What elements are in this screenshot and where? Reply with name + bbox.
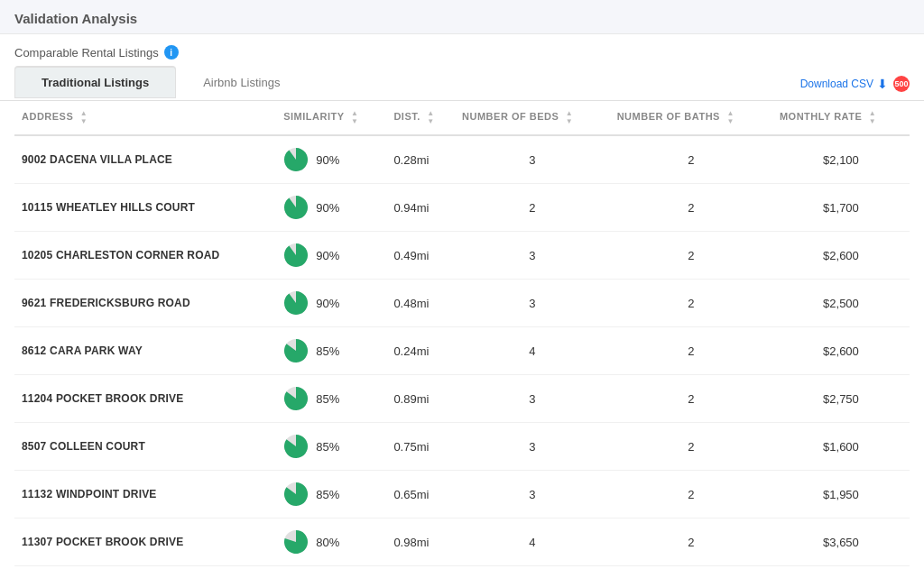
cell-similarity: 80% — [276, 519, 386, 566]
similarity-pct: 85% — [316, 440, 339, 454]
cell-similarity: 90% — [276, 135, 386, 184]
cell-baths: 2 — [610, 184, 772, 232]
cell-address: 11204 POCKET BROOK DRIVE — [14, 375, 276, 423]
similarity-pie — [283, 386, 309, 411]
cell-dist: 0.94mi — [386, 184, 455, 232]
cell-similarity: 85% — [276, 375, 386, 423]
page-title: Validation Analysis — [14, 11, 137, 26]
similarity-pie — [283, 529, 309, 555]
cell-baths: 2 — [610, 232, 772, 280]
cell-address: 9002 DACENA VILLA PLACE — [14, 135, 276, 184]
cell-beds: 3 — [455, 135, 610, 184]
cell-similarity: 85% — [276, 423, 386, 471]
cell-dist: 0.98mi — [386, 519, 455, 566]
cell-dist: 0.48mi — [386, 280, 455, 327]
col-rate: MONTHLY RATE ▲▼ — [772, 101, 910, 135]
sort-dist[interactable]: ▲▼ — [427, 110, 434, 125]
cell-dist: 0.24mi — [386, 327, 455, 375]
sort-baths[interactable]: ▲▼ — [726, 110, 734, 125]
cell-similarity: 90% — [276, 184, 386, 232]
table-row: 8612 CARA PARK WAY 85% 0.24mi 4 2 $2,600 — [14, 327, 910, 375]
cell-address: 9621 FREDERICKSBURG ROAD — [14, 280, 276, 327]
cell-rate: $3,650 — [772, 519, 910, 566]
table-row: 9002 DACENA VILLA PLACE 90% 0.28mi 3 2 $… — [14, 135, 910, 184]
cell-rate: $2,750 — [772, 375, 910, 423]
similarity-pct: 80% — [316, 536, 339, 549]
table-row: 11132 WINDPOINT DRIVE 85% 0.65mi 3 2 $1,… — [14, 471, 910, 519]
cell-similarity: 85% — [276, 327, 386, 375]
cell-baths: 2 — [610, 280, 772, 327]
cell-beds: 4 — [455, 519, 610, 566]
cell-rate: $2,100 — [772, 135, 910, 184]
section-label-text: Comparable Rental Listings — [14, 46, 159, 60]
cell-rate: $1,950 — [772, 471, 910, 519]
cell-rate: $2,600 — [772, 232, 910, 280]
col-similarity: SIMILARITY ▲▼ — [276, 101, 386, 135]
col-beds: NUMBER OF BEDS ▲▼ — [455, 101, 610, 135]
cell-dist: 0.75mi — [386, 423, 455, 471]
cell-beds: 4 — [455, 327, 610, 375]
cell-dist: 0.89mi — [386, 375, 455, 423]
sort-beds[interactable]: ▲▼ — [566, 110, 573, 125]
sort-address[interactable]: ▲▼ — [80, 110, 88, 125]
page-header: Validation Analysis — [0, 0, 924, 34]
col-dist: DIST. ▲▼ — [386, 101, 455, 135]
sort-rate[interactable]: ▲▼ — [869, 110, 876, 125]
cell-similarity: 90% — [276, 232, 386, 280]
info-icon[interactable]: i — [164, 45, 179, 60]
cell-rate: $2,500 — [772, 280, 910, 327]
tabs-row: Traditional Listings Airbnb Listings Dow… — [0, 67, 924, 101]
similarity-pie — [283, 290, 309, 316]
cell-similarity: 85% — [276, 471, 386, 519]
cell-address: 10205 CHARLESTON CORNER ROAD — [14, 232, 276, 280]
similarity-pie — [283, 243, 309, 268]
similarity-pct: 85% — [316, 488, 339, 501]
cell-beds: 3 — [455, 375, 610, 423]
cell-baths: 2 — [610, 519, 772, 566]
cell-beds: 3 — [455, 471, 610, 519]
tabs-container: Traditional Listings Airbnb Listings — [14, 67, 307, 100]
similarity-pct: 90% — [316, 201, 339, 215]
similarity-pct: 90% — [316, 297, 339, 310]
similarity-pct: 90% — [316, 153, 339, 167]
sort-similarity[interactable]: ▲▼ — [351, 110, 358, 125]
cell-address: 11132 WINDPOINT DRIVE — [14, 471, 276, 519]
similarity-pie — [283, 195, 309, 220]
cell-beds: 3 — [455, 423, 610, 471]
cell-baths: 2 — [610, 375, 772, 423]
col-address: ADDRESS ▲▼ — [14, 101, 276, 135]
cell-baths: 2 — [610, 471, 772, 519]
cell-beds: 3 — [455, 232, 610, 280]
tab-airbnb[interactable]: Airbnb Listings — [176, 67, 307, 100]
similarity-pct: 85% — [316, 344, 339, 358]
listings-table: ADDRESS ▲▼ SIMILARITY ▲▼ DIST. ▲▼ NUMBER… — [14, 101, 910, 566]
table-row: 11204 POCKET BROOK DRIVE 85% 0.89mi 3 2 … — [14, 375, 910, 423]
section-label: Comparable Rental Listings i — [0, 34, 924, 67]
table-row: 8507 COLLEEN COURT 85% 0.75mi 3 2 $1,600 — [14, 423, 910, 471]
cell-baths: 2 — [610, 327, 772, 375]
cell-baths: 2 — [610, 135, 772, 184]
cell-dist: 0.49mi — [386, 232, 455, 280]
download-csv-label: Download CSV — [800, 78, 873, 90]
cell-similarity: 90% — [276, 280, 386, 327]
tab-traditional[interactable]: Traditional Listings — [14, 67, 176, 100]
similarity-pie — [283, 482, 309, 507]
cell-address: 10115 WHEATLEY HILLS COURT — [14, 184, 276, 232]
similarity-pct: 85% — [316, 392, 339, 406]
cell-rate: $1,700 — [772, 184, 910, 232]
cell-address: 8507 COLLEEN COURT — [14, 423, 276, 471]
cell-beds: 3 — [455, 280, 610, 327]
cell-beds: 2 — [455, 184, 610, 232]
download-icon: ⬇ — [877, 77, 888, 91]
table-row: 10205 CHARLESTON CORNER ROAD 90% 0.49mi … — [14, 232, 910, 280]
table-row: 10115 WHEATLEY HILLS COURT 90% 0.94mi 2 … — [14, 184, 910, 232]
table-container: ADDRESS ▲▼ SIMILARITY ▲▼ DIST. ▲▼ NUMBER… — [0, 101, 924, 566]
table-header-row: ADDRESS ▲▼ SIMILARITY ▲▼ DIST. ▲▼ NUMBER… — [14, 101, 910, 135]
cell-address: 8612 CARA PARK WAY — [14, 327, 276, 375]
download-badge: 500 — [893, 76, 910, 92]
similarity-pie — [283, 147, 309, 172]
cell-rate: $1,600 — [772, 423, 910, 471]
col-baths: NUMBER OF BATHS ▲▼ — [610, 101, 772, 135]
download-csv-button[interactable]: Download CSV ⬇ 500 — [800, 76, 910, 92]
similarity-pie — [283, 338, 309, 363]
